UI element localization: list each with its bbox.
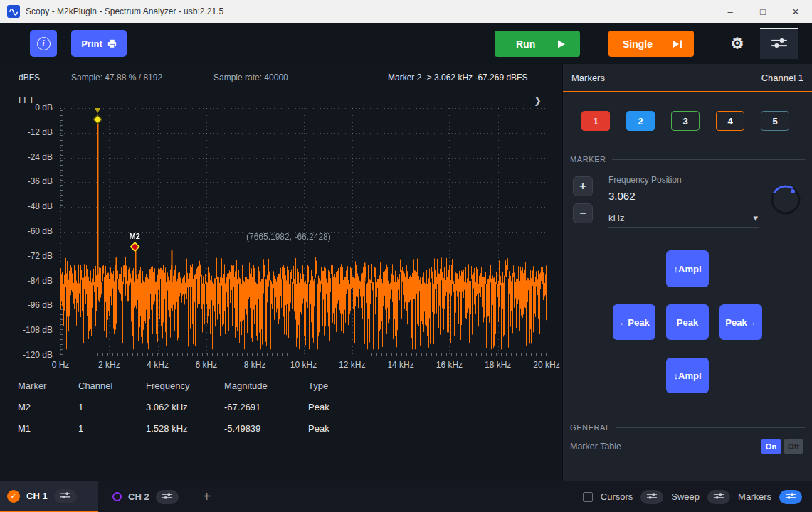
markers-panel: Markers Channel 1 12345 MARKER + − Frequ… (562, 64, 812, 481)
y-axis-tick: -96 dB (1, 300, 53, 310)
channel-2-label: CH 2 (128, 491, 149, 502)
peak-right-button[interactable]: Peak→ (719, 304, 762, 340)
freq-decrement-button[interactable]: − (573, 203, 593, 223)
y-axis-tick: -108 dB (1, 325, 53, 335)
peak-button[interactable]: Peak (666, 304, 709, 340)
marker-table-cell: Peak (308, 401, 379, 422)
marker-readout-label: Marker 2 -> 3.062 kHz -67.269 dBFS (388, 73, 527, 82)
titlebar: Scopy - M2kPlugin - Spectrum Analyzer - … (0, 0, 812, 23)
sliders-icon (771, 37, 788, 52)
amplitude-down-peak-button[interactable]: ↓Ampl (666, 358, 709, 393)
printer-icon (107, 39, 117, 48)
marker-table-setting-row: Marker Table On Off (570, 439, 803, 454)
minimize-button[interactable]: – (714, 0, 747, 23)
marker-select-button-4[interactable]: 4 (716, 111, 744, 131)
sweep-label: Sweep (671, 491, 700, 502)
frequency-position-field: Frequency Position 3.062 kHz ▾ (608, 175, 759, 228)
x-axis-tick: 8 kHz (231, 360, 279, 370)
marker-select-button-1[interactable]: 1 (581, 111, 610, 131)
instrument-settings-tab[interactable] (760, 28, 798, 59)
markers-label: Markers (738, 491, 771, 502)
peak-left-button[interactable]: ←Peak (613, 304, 655, 340)
window-controls: – □ ✕ (714, 0, 812, 23)
marker-table-header: Type (308, 380, 379, 401)
x-axis-tick: 18 kHz (474, 360, 522, 370)
channel-1-enabled-icon[interactable]: ✓ (7, 490, 20, 503)
maximize-button[interactable]: □ (747, 0, 779, 23)
marker-table-cell: 1.528 kHz (146, 422, 224, 444)
channel-1-settings-button[interactable] (54, 489, 77, 503)
marker-table-label: Marker Table (570, 442, 621, 452)
run-button[interactable]: Run (495, 31, 580, 57)
marker-table-cell: M2 (18, 401, 78, 422)
sample-rate-label: Sample rate: 40000 (213, 73, 288, 82)
marker-table-cell: 1 (78, 401, 146, 422)
settings-gear-button[interactable]: ⚙ (724, 29, 750, 58)
freq-increment-button[interactable]: + (573, 176, 593, 196)
frequency-knob[interactable] (769, 183, 802, 219)
close-button[interactable]: ✕ (779, 0, 812, 23)
collapse-panel-chevron-icon[interactable]: ❯ (534, 95, 542, 106)
cursors-label: Cursors (601, 491, 633, 502)
amplitude-up-peak-button[interactable]: ↑Ampl (666, 250, 709, 287)
x-axis-tick: 14 kHz (376, 360, 425, 370)
add-channel-button[interactable]: + (199, 488, 216, 506)
marker-select-button-2[interactable]: 2 (626, 111, 655, 131)
marker-select-button-5[interactable]: 5 (761, 111, 789, 131)
frequency-unit-select[interactable]: kHz ▾ (608, 206, 759, 228)
marker-table-header: Frequency (146, 380, 224, 401)
channel-2-settings-button[interactable] (156, 490, 179, 504)
marker-table-header: Magnitude (224, 380, 308, 401)
frequency-position-label: Frequency Position (608, 175, 759, 185)
x-axis-tick: 4 kHz (134, 360, 182, 370)
marker-table: MarkerChannelFrequencyMagnitudeTypeM213.… (18, 380, 379, 444)
x-axis-tick: 0 Hz (36, 360, 85, 370)
bottom-bar: ✓ CH 1 CH 2 + Cursors Sweep Markers (0, 481, 812, 512)
marker-section-header: MARKER (570, 155, 805, 164)
frequency-unit-value: kHz (608, 213, 624, 223)
toggle-off-button[interactable]: Off (784, 439, 803, 454)
marker-select-row: 12345 (581, 111, 789, 131)
sweep-settings-button[interactable] (707, 490, 730, 504)
chevron-down-icon: ▾ (753, 213, 758, 223)
info-button[interactable]: i (30, 30, 57, 57)
x-axis-tick: 2 kHz (85, 360, 133, 370)
channel-2-tab[interactable]: CH 2 (112, 490, 179, 504)
frequency-value-input[interactable]: 3.062 (608, 185, 759, 206)
x-axis-tick: 10 kHz (280, 360, 328, 370)
y-axis-tick: -84 dB (1, 276, 53, 286)
plot-region: dBFS Sample: 47.88 % / 8192 Sample rate:… (0, 64, 562, 481)
freq-stepper: + − (573, 176, 593, 223)
x-axis-tick: 6 kHz (182, 360, 231, 370)
toolbar: i Print Run Single ⚙ (0, 23, 812, 64)
sliders-icon (646, 491, 658, 502)
main-area: dBFS Sample: 47.88 % / 8192 Sample rate:… (0, 64, 812, 481)
print-button[interactable]: Print (71, 30, 127, 57)
marker-table-cell: -67.2691 (224, 401, 308, 422)
marker-table-cell: 3.062 kHz (146, 401, 224, 422)
marker-table-toggle: On Off (761, 439, 803, 454)
general-section-label: GENERAL (570, 423, 611, 432)
run-label: Run (516, 38, 535, 50)
sliders-icon (162, 491, 173, 502)
channel-2-disabled-icon[interactable] (112, 492, 122, 501)
markers-settings-button[interactable] (779, 490, 802, 504)
sliders-icon (785, 491, 796, 502)
y-axis-tick: -120 dB (1, 350, 53, 360)
marker-table-cell: -5.49839 (224, 422, 308, 444)
y-axis-tick: -60 dB (1, 226, 53, 236)
cursors-checkbox[interactable] (583, 492, 593, 502)
bottom-right-controls: Cursors Sweep Markers (583, 490, 812, 504)
x-axis-tick: 16 kHz (425, 360, 473, 370)
general-section-header: GENERAL (570, 423, 805, 432)
marker-table-cell: 1 (78, 422, 146, 444)
channel-1-tab[interactable]: ✓ CH 1 (0, 481, 98, 512)
toggle-on-button[interactable]: On (761, 439, 781, 454)
window-title: Scopy - M2kPlugin - Spectrum Analyzer - … (26, 6, 223, 16)
cursors-settings-button[interactable] (640, 490, 663, 504)
y-axis-tick: -72 dB (1, 251, 53, 261)
y-axis-tick: -48 dB (1, 201, 53, 211)
gear-icon: ⚙ (731, 35, 744, 52)
single-button[interactable]: Single (608, 31, 694, 57)
marker-select-button-3[interactable]: 3 (671, 111, 700, 131)
